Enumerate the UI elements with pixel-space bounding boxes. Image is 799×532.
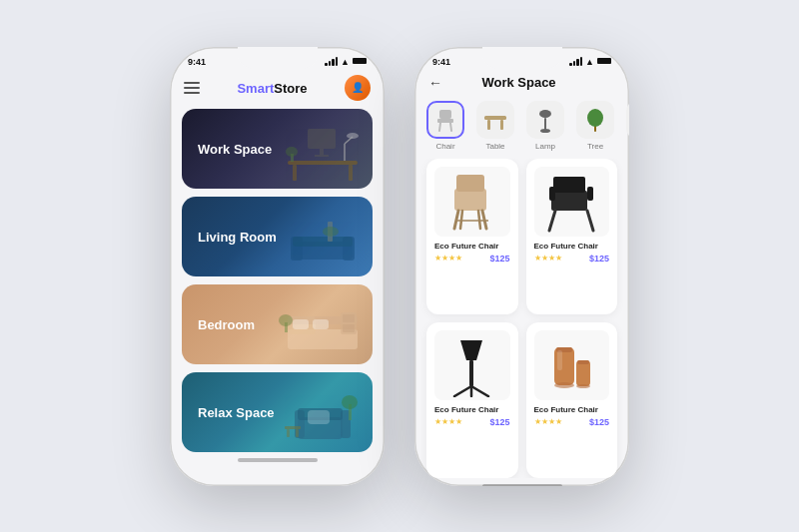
relax-illustration [273,382,373,452]
home-indicator-left [238,458,318,462]
svg-line-40 [450,123,451,131]
user-avatar[interactable]: 👤 [345,75,371,101]
svg-line-61 [549,211,555,231]
filter-icon-chair [426,101,464,139]
product-img-4 [534,330,610,400]
svg-rect-0 [308,129,336,149]
filter-label-table: Table [485,142,504,151]
product-bottom-3: ★★★★ $125 [434,417,510,427]
svg-rect-31 [308,410,330,424]
category-label-livingroom: Living Room [198,229,277,244]
category-card-workspace[interactable]: Work Space [182,109,373,189]
svg-rect-41 [484,116,506,120]
left-phone: 9:41 ▲ SmartStore 👤 [170,47,385,486]
svg-rect-57 [551,191,587,211]
bedroom-illustration [273,294,373,364]
svg-point-44 [539,110,551,118]
product-card-2[interactable]: Eco Future Chair ★★★★ $125 [526,159,618,314]
detail-header: ← Work Space [414,71,629,97]
filter-label-lamp: Lamp [535,142,555,151]
filter-item-lamp[interactable]: Lamp [526,101,564,151]
svg-rect-45 [544,118,546,130]
notch-left [238,47,318,69]
product-card-4[interactable]: Eco Future Chair ★★★★ $125 [526,322,618,478]
filter-item-chair[interactable]: Chair [426,101,464,151]
product-name-3: Eco Future Chair [434,405,510,414]
menu-icon[interactable] [184,82,200,94]
product-name-2: Eco Future Chair [534,242,610,251]
filter-icon-table [476,101,514,139]
table-filter-icon [479,104,511,136]
svg-rect-2 [315,155,329,157]
svg-rect-37 [439,110,451,119]
filter-item-item[interactable]: Item [626,101,629,151]
product-card-1[interactable]: Eco Future Chair ★★★★ $125 [426,159,518,314]
category-label-bedroom: Bedroom [198,316,255,331]
wifi-icon: ▲ [341,57,350,67]
category-card-bedroom[interactable]: Bedroom [182,284,373,364]
filter-icon-lamp [526,101,564,139]
chair-light-icon [442,169,502,234]
lamp-black-icon [444,332,499,397]
category-card-livingroom[interactable]: Living Room [182,197,373,276]
product-price-2: $125 [589,254,609,264]
svg-rect-24 [343,324,355,332]
product-bottom-4: ★★★★ $125 [534,417,610,427]
product-img-3 [434,330,510,400]
svg-line-39 [439,123,440,131]
svg-point-16 [323,227,339,237]
svg-line-66 [471,386,488,396]
svg-point-70 [554,382,574,388]
svg-rect-74 [557,350,562,370]
wifi-icon-right: ▲ [585,57,594,67]
product-price-1: $125 [489,254,509,264]
notch-right [482,47,562,69]
brand-smart: Smart [237,81,274,96]
svg-rect-43 [500,120,503,130]
filter-icon-tree [576,101,614,139]
svg-marker-63 [460,340,482,360]
svg-point-8 [347,133,359,139]
home-indicator-right [482,484,562,486]
category-label-workspace: Work Space [198,141,272,156]
phones-container: 9:41 ▲ SmartStore 👤 [170,47,629,486]
filter-item-table[interactable]: Table [476,101,514,151]
product-price-4: $125 [589,417,609,427]
category-card-relax[interactable]: Relax Space [182,372,373,452]
product-name-1: Eco Future Chair [434,242,510,251]
workspace-illustration [273,119,373,189]
svg-rect-14 [293,237,353,247]
back-button[interactable]: ← [428,75,442,91]
lamp-filter-icon [529,104,561,136]
svg-rect-34 [285,426,301,429]
svg-rect-64 [469,360,473,386]
signal-icon [325,57,338,66]
svg-point-26 [279,314,293,326]
brand-store: Store [274,81,307,96]
filter-item-tree[interactable]: Tree [576,101,614,151]
svg-rect-1 [320,149,324,155]
svg-rect-42 [487,120,490,130]
svg-rect-23 [343,314,355,322]
svg-point-33 [342,395,358,409]
filter-tabs: Chair Table [414,97,629,159]
svg-point-73 [576,384,590,388]
svg-rect-5 [349,165,353,181]
svg-rect-21 [313,319,329,329]
status-icons-left: ▲ [325,57,367,67]
product-bottom-1: ★★★★ $125 [434,254,510,264]
svg-point-46 [540,129,550,133]
svg-rect-60 [587,187,593,201]
product-stars-2: ★★★★ [534,254,562,263]
svg-rect-35 [287,429,290,437]
svg-point-10 [286,147,298,157]
svg-rect-3 [288,161,358,165]
svg-line-54 [460,211,462,229]
filter-icon-item [626,101,629,139]
product-card-3[interactable]: Eco Future Chair ★★★★ $125 [426,322,518,478]
tree-filter-icon [579,104,611,136]
svg-rect-51 [456,175,484,192]
product-grid: Eco Future Chair ★★★★ $125 [414,159,629,478]
product-stars-4: ★★★★ [534,417,562,426]
product-stars-3: ★★★★ [434,417,462,426]
